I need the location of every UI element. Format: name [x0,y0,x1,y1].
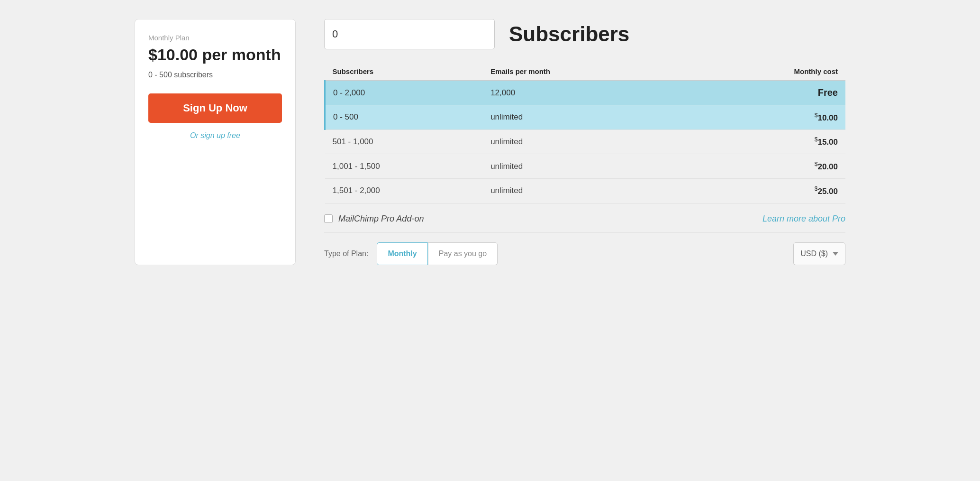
subscribers-title: Subscribers [509,22,629,46]
cell-cost: $20.00 [676,154,845,179]
col-header-emails: Emails per month [483,63,676,81]
cell-cost: $10.00 [676,105,845,130]
plan-type-row: Type of Plan: Monthly Pay as you go USD … [324,242,845,265]
table-row: 0 - 500unlimited$10.00 [325,105,846,130]
plan-card: Monthly Plan $10.00 per month 0 - 500 su… [135,19,296,265]
cell-subscribers: 0 - 500 [325,105,483,130]
pro-addon-label: MailChimp Pro Add-on [338,214,424,224]
col-header-cost: Monthly cost [676,63,845,81]
table-row: 0 - 2,00012,000Free [325,81,846,105]
plan-subscribers-range: 0 - 500 subscribers [148,71,282,79]
plan-label: Monthly Plan [148,34,282,42]
cell-cost: $25.00 [676,178,845,203]
right-panel: Subscribers Subscribers Emails per month… [324,19,845,265]
cell-subscribers: 501 - 1,000 [325,130,483,154]
table-header-row: Subscribers Emails per month Monthly cos… [325,63,846,81]
cell-emails: unlimited [483,178,676,203]
signup-free-link[interactable]: Or sign up free [148,131,282,140]
pay-as-you-go-btn[interactable]: Pay as you go [428,242,498,265]
learn-more-pro-link[interactable]: Learn more about Pro [762,214,845,224]
page-wrapper: Monthly Plan $10.00 per month 0 - 500 su… [135,19,845,265]
plan-type-left: Type of Plan: Monthly Pay as you go [324,242,498,265]
currency-select[interactable]: USD ($) [793,242,845,265]
cell-cost: $15.00 [676,130,845,154]
cell-emails: 12,000 [483,81,676,105]
cell-emails: unlimited [483,105,676,130]
cell-subscribers: 1,501 - 2,000 [325,178,483,203]
pro-addon-checkbox[interactable] [324,214,333,223]
chevron-down-icon [833,252,838,256]
plan-type-label: Type of Plan: [324,250,368,258]
cell-cost: Free [676,81,845,105]
pro-addon-left: MailChimp Pro Add-on [324,214,424,224]
signup-button[interactable]: Sign Up Now [148,93,282,123]
col-header-subscribers: Subscribers [325,63,483,81]
pricing-table: Subscribers Emails per month Monthly cos… [324,63,845,204]
table-row: 1,001 - 1,500unlimited$20.00 [325,154,846,179]
monthly-btn[interactable]: Monthly [377,242,427,265]
currency-label: USD ($) [800,250,828,258]
cell-emails: unlimited [483,154,676,179]
cell-subscribers: 0 - 2,000 [325,81,483,105]
pro-addon-row: MailChimp Pro Add-on Learn more about Pr… [324,204,845,233]
subscribers-input[interactable] [324,19,495,49]
plan-btn-group: Monthly Pay as you go [377,242,498,265]
table-row: 1,501 - 2,000unlimited$25.00 [325,178,846,203]
cell-subscribers: 1,001 - 1,500 [325,154,483,179]
plan-price: $10.00 per month [148,46,282,64]
cell-emails: unlimited [483,130,676,154]
top-row: Subscribers [324,19,845,49]
table-row: 501 - 1,000unlimited$15.00 [325,130,846,154]
